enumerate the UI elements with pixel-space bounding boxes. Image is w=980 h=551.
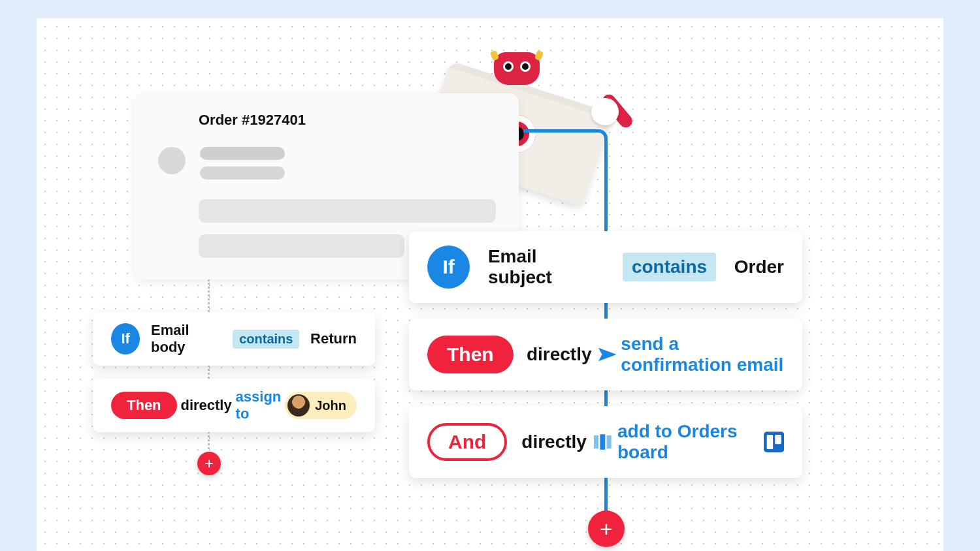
then-action[interactable]: send a confirmation email	[621, 334, 784, 375]
and-adverb: directly	[521, 432, 587, 452]
then-action[interactable]: assign to	[236, 388, 282, 422]
rule-then-card-left[interactable]: Then directly assign to John	[93, 379, 375, 432]
plus-icon: +	[204, 454, 214, 473]
placeholder-line	[200, 166, 285, 180]
if-badge: If	[111, 323, 140, 354]
svg-marker-0	[598, 348, 616, 362]
board-columns-icon	[594, 432, 612, 452]
sender-avatar-placeholder	[158, 147, 186, 174]
if-operator[interactable]: contains	[623, 253, 716, 281]
if-field: Email body	[151, 322, 222, 356]
send-icon	[598, 345, 616, 364]
add-step-button[interactable]: +	[588, 511, 625, 547]
assignee-chip[interactable]: John	[285, 392, 357, 419]
then-badge: Then	[427, 336, 514, 373]
placeholder-line	[200, 147, 285, 160]
if-operator[interactable]: contains	[233, 330, 299, 349]
rule-then-card-right[interactable]: Then directly send a confirmation email	[409, 319, 802, 390]
then-badge: Then	[111, 392, 177, 419]
email-subject: Order #1927401	[199, 112, 495, 129]
svg-rect-1	[594, 435, 598, 449]
assignee-avatar	[287, 394, 310, 417]
if-field: Email subject	[488, 246, 604, 288]
svg-rect-5	[766, 435, 772, 449]
plus-icon: +	[600, 516, 613, 542]
rule-if-card-left[interactable]: If Email body contains Return	[93, 312, 375, 366]
rule-if-card-right[interactable]: If Email subject contains Order	[409, 231, 802, 303]
if-value: Order	[734, 257, 784, 277]
placeholder-body-line	[199, 199, 496, 223]
if-badge: If	[427, 245, 470, 289]
and-badge: And	[427, 423, 507, 461]
then-adverb: directly	[527, 344, 592, 365]
rule-and-card-right[interactable]: And directly add to Orders board	[409, 406, 802, 478]
connector-horizontal	[523, 129, 596, 133]
svg-rect-3	[607, 435, 612, 449]
svg-rect-2	[600, 434, 605, 450]
then-adverb: directly	[180, 397, 231, 414]
svg-rect-6	[775, 435, 781, 444]
if-value: Return	[310, 330, 357, 347]
automation-canvas[interactable]: Order #1927401 If Email body contains Re…	[37, 18, 943, 551]
placeholder-body-line	[199, 234, 404, 258]
assignee-name: John	[315, 398, 346, 413]
trello-icon	[764, 429, 784, 455]
and-action[interactable]: add to Orders board	[617, 421, 755, 463]
add-step-button[interactable]: +	[197, 452, 221, 475]
